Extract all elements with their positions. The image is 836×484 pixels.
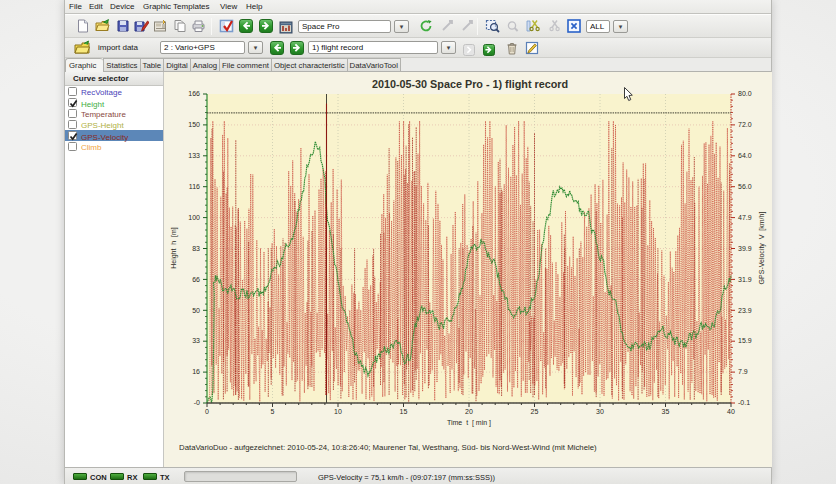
svg-text:66: 66 xyxy=(192,276,200,283)
svg-text:39.9: 39.9 xyxy=(738,245,752,252)
svg-text:5: 5 xyxy=(271,408,275,415)
svg-text:64.0: 64.0 xyxy=(738,152,752,159)
svg-text:31.9: 31.9 xyxy=(738,276,752,283)
svg-text:83: 83 xyxy=(192,245,200,252)
svg-text:10: 10 xyxy=(334,408,342,415)
svg-text:-0: -0 xyxy=(194,399,200,406)
svg-text:72.0: 72.0 xyxy=(738,121,752,128)
svg-text:30: 30 xyxy=(596,408,604,415)
svg-text:116: 116 xyxy=(189,183,200,190)
svg-text:0: 0 xyxy=(205,408,209,415)
svg-text:80.0: 80.0 xyxy=(738,90,752,97)
svg-text:100: 100 xyxy=(188,214,200,221)
svg-text:Height h [m]: Height h [m] xyxy=(170,227,178,269)
svg-text:47.9: 47.9 xyxy=(738,214,752,221)
svg-text:DataVarioDuo - aufgezeichnet:: DataVarioDuo - aufgezeichnet: 2010-05-24… xyxy=(179,443,597,452)
svg-text:23.9: 23.9 xyxy=(738,307,752,314)
svg-text:GPS-Velocity V [km/h]: GPS-Velocity V [km/h] xyxy=(758,212,766,285)
svg-text:133: 133 xyxy=(188,152,200,159)
svg-text:2010-05-30 Space Pro - 1) flig: 2010-05-30 Space Pro - 1) flight record xyxy=(372,78,568,90)
svg-text:16: 16 xyxy=(192,368,200,375)
svg-text:56.0: 56.0 xyxy=(738,183,752,190)
svg-text:25: 25 xyxy=(531,408,539,415)
svg-text:33: 33 xyxy=(192,337,200,344)
svg-text:35: 35 xyxy=(662,408,670,415)
svg-text:Time t [ min ]: Time t [ min ] xyxy=(447,419,491,427)
svg-text:15: 15 xyxy=(400,408,408,415)
svg-text:150: 150 xyxy=(188,121,200,128)
svg-text:20: 20 xyxy=(465,408,473,415)
svg-text:50: 50 xyxy=(192,307,200,314)
svg-text:166: 166 xyxy=(188,90,200,97)
svg-text:15.9: 15.9 xyxy=(738,337,752,344)
svg-text:-0.1: -0.1 xyxy=(738,399,750,406)
svg-text:7.9: 7.9 xyxy=(738,368,748,375)
svg-text:40: 40 xyxy=(727,408,735,415)
